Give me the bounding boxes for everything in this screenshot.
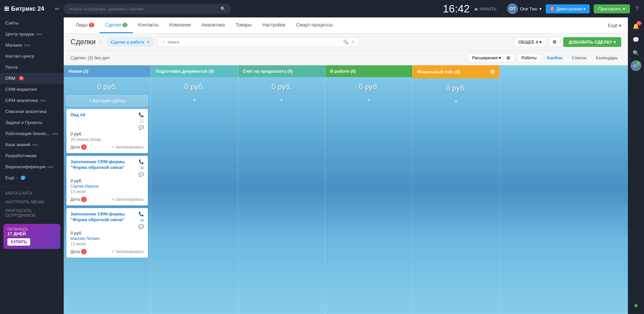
sidebar-item-crm-marketing[interactable]: CRM-маркетинг [0,84,64,95]
sidebar-item-contact-center[interactable]: Контакт-центр [0,51,64,62]
shop-label: Магазин [5,43,22,48]
expand-button[interactable]: Расширения ▾ | ⊞ [468,53,515,62]
phone-icon-1[interactable]: 📞 [139,112,144,117]
search-bar[interactable]: 🔍 [63,4,231,14]
card-tasks-3[interactable]: Дела 1 [70,249,87,254]
card-icons-1: 📞 ☑ 💬 [139,112,144,130]
col-add-final[interactable]: + [413,95,499,108]
add-deal-button[interactable]: ДОБАВИТЬ СДЕЛКУ ▾ [563,37,621,47]
start-button[interactable]: ▶ НАЧАТЬ [475,6,496,11]
sidebar-item-knowledge-base[interactable]: База знаний beta [0,139,64,150]
right-panel-avatar[interactable]: OT 2 [631,60,641,71]
invite-chevron: ▾ [623,6,625,11]
clock-area: 16:42 ▶ НАЧАТЬ [443,3,496,15]
deal-card-1[interactable]: Лид #4 📞 ☑ 💬 0 руб. 20 секунд назад Дел [66,109,148,153]
col-total-prep: 0 руб. [151,77,238,94]
settings-gear-button[interactable]: ⚙ [549,37,560,47]
nav-item-smart[interactable]: Смарт-процессы [291,17,338,33]
card-header-3: Заполнение CRM-формы "Форма обратной свя… [70,211,144,229]
col-add-work[interactable]: + [325,94,412,107]
sidebar-item-sales-center[interactable]: Центр продаж beta [0,28,64,40]
nav-item-goods[interactable]: Товары [230,17,257,33]
sidebar-item-end-to-end[interactable]: Сквозная аналитика [0,106,64,117]
chat-icon[interactable]: 💬 [630,34,642,46]
deal-card-3[interactable]: Заполнение CRM-формы "Форма обратной свя… [66,208,148,258]
nav-item-analytics[interactable]: Аналитика [196,17,230,33]
nav-item-leads[interactable]: Лиды 5 [70,17,100,33]
view-calendar-button[interactable]: Календарь [592,54,621,62]
avatar-badge: 2 [636,61,641,66]
invite-employees-link[interactable]: ПРИГЛАСИТЬ СОТРУДНИКОВ [0,206,64,220]
comment-icon-1[interactable]: 💬 [139,125,144,130]
card-title-1[interactable]: Лид #4 [70,112,85,118]
card-tasks-1[interactable]: Дела 1 [70,144,87,150]
check-icon-1[interactable]: ☑ [140,119,144,124]
edit-icon[interactable]: ✏ [55,6,59,12]
star-icon[interactable]: ☆ [98,39,103,45]
mail-icon-2[interactable]: ✉ [140,166,144,171]
deal-card-2[interactable]: Заполнение CRM-формы "Форма обратной свя… [66,156,148,205]
setup-menu-link[interactable]: НАСТРОИТЬ МЕНЮ [0,198,64,206]
site-map-link[interactable]: КАРТА САЙТА [0,189,64,198]
view-list-button[interactable]: Список [569,54,590,62]
notification-icon[interactable]: 🔔 10 [630,20,642,32]
card-title-2[interactable]: Заполнение CRM-формы "Форма обратной свя… [70,159,139,171]
search-input[interactable] [69,6,218,11]
logo-text: Битрикс 24 [11,5,44,12]
nav-item-contacts[interactable]: Контакты [133,17,164,33]
filter-search-input[interactable] [168,40,340,45]
search-filter[interactable]: + 🔍 ✕ [158,37,359,47]
sidebar-item-sites[interactable]: Сайты [0,17,64,28]
sidebar-item-shop[interactable]: Магазин beta [0,40,64,51]
sidebar-item-more[interactable]: Ещё - 1 [0,172,64,183]
col-add-prep[interactable]: + [151,94,238,107]
mail-icon-3[interactable]: ✉ [140,218,144,223]
card-contact-2[interactable]: Сергей Иванов [70,184,144,189]
view-kanban-button[interactable]: Канбан [544,54,566,62]
robots-button[interactable]: Роботы [517,53,541,62]
page-title: Сделки ☆ [70,38,103,46]
sidebar-item-crm[interactable]: CRM 9 [0,73,64,84]
col-add-invoice[interactable]: + [238,94,325,107]
card-contact-3[interactable]: Максим Литвин [70,236,144,241]
col-settings-icon[interactable]: ⚙ [490,69,495,75]
comment-icon-3[interactable]: 💬 [139,224,144,229]
help-button[interactable]: ? [634,4,640,14]
beta-badge: beta [48,165,54,169]
sidebar-item-video[interactable]: Видеоконференции beta [0,161,64,172]
col-header-invoice: Счёт на предоплату (0) [238,65,325,77]
sidebar-item-tasks[interactable]: Задачи и Проекты [0,117,64,128]
filter-clear-icon[interactable]: ✕ [351,40,355,45]
comment-icon-2[interactable]: 💬 [139,172,144,177]
nav-more[interactable]: Ещё ▾ [608,23,621,28]
search-right-icon[interactable]: 🔍 [630,47,642,59]
sidebar-item-crm-analytics[interactable]: CRM-аналитика beta [0,95,64,106]
invite-button[interactable]: Пригласить ▾ [594,4,630,13]
add-deal-chevron: ▾ [613,40,616,45]
schedule-link-1[interactable]: + Запланировать [112,145,144,149]
filter-tag[interactable]: Сделки в работе ✕ [107,38,154,46]
schedule-link-3[interactable]: + Запланировать [112,249,144,254]
card-title-3[interactable]: Заполнение CRM-формы "Форма обратной свя… [70,211,139,223]
sidebar-item-mail[interactable]: Почта [0,62,64,73]
phone-icon-3[interactable]: 📞 [139,211,144,216]
logo[interactable]: ⊞ Битрикс 24 [4,5,51,12]
common-button[interactable]: ОБЩЕЕ 4 ▾ [514,37,546,47]
user-button[interactable]: OT One Two ▾ [507,3,542,14]
sidebar-item-automation[interactable]: Роботизация бизнес... beta [0,128,64,139]
nav-item-settings[interactable]: Настройки [257,17,291,33]
nav-item-companies[interactable]: Компании [164,17,196,33]
expand-chevron: ▾ [499,55,501,60]
phone-icon-2[interactable]: 📞 [139,159,144,164]
sidebar-item-developers[interactable]: Разработчикам [0,150,64,161]
card-tasks-2[interactable]: Дела 1 [70,197,87,202]
quick-deal-button[interactable]: + Быстрая сделка [66,95,148,106]
nav-item-deals[interactable]: Сделки 3 [100,17,133,33]
schedule-link-2[interactable]: + Запланировать [112,197,144,202]
demo-mode-button[interactable]: 🎯 Демо-режим ▾ [546,4,590,13]
calendar-right-icon[interactable]: ● [630,299,642,311]
goods-nav-label: Товары [235,22,252,27]
buy-button[interactable]: КУПИТЬ [7,238,30,246]
card-footer-3: Дела 1 + Запланировать [70,249,144,254]
filter-remove-icon[interactable]: ✕ [146,39,150,45]
